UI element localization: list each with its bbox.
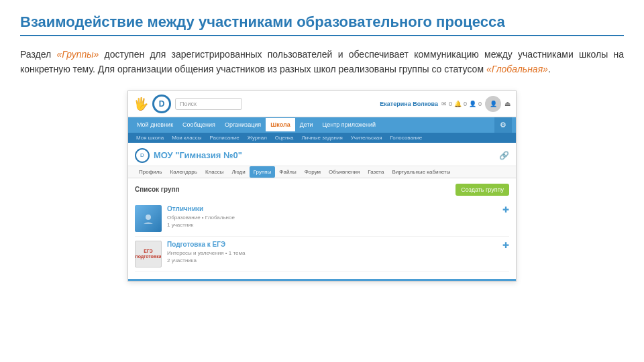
group-item-ege: ЕГЭподготовка Подготовка к ЕГЭ Интересы …	[135, 237, 509, 272]
school-name: МОУ "Гимназия №0"	[154, 150, 242, 160]
nav-gear-icon[interactable]: ⚙	[494, 117, 512, 133]
school-logo: D	[135, 148, 150, 163]
desc-before: Раздел	[20, 49, 57, 60]
highlight-groups: «Группы»	[57, 49, 99, 60]
groups-list-title: Список групп	[135, 186, 180, 193]
content-area: Список групп Создать группу Отличники Об…	[128, 178, 516, 278]
topbar: 🖐 D Поиск Екатерина Волкова ✉ 0 🔔 0 👤 0 …	[128, 91, 516, 117]
subnav-teacher[interactable]: Учительская	[347, 133, 386, 143]
ptab-classes[interactable]: Классы	[201, 166, 228, 178]
group-info-ege: Подготовка к ЕГЭ Интересы и увлечения • …	[167, 241, 497, 264]
friend-count: 0	[478, 101, 482, 107]
nav-school[interactable]: Школа	[266, 118, 294, 131]
nav-children[interactable]: Дети	[295, 118, 318, 131]
school-header-left: D МОУ "Гимназия №0"	[135, 148, 242, 163]
description-text: Раздел «Группы» доступен для зарегистрир…	[20, 47, 624, 77]
ptab-virtual[interactable]: Виртуальные кабинеты	[388, 166, 454, 178]
subnav-journal[interactable]: Журнал	[244, 133, 271, 143]
logo-circle: D	[152, 95, 171, 113]
ptab-groups[interactable]: Группы	[250, 166, 276, 178]
friend-icon: 👤	[469, 101, 476, 107]
nav-apps[interactable]: Центр приложений	[318, 118, 380, 131]
avatar: 👤	[485, 96, 501, 112]
msg-icon: ✉	[441, 101, 447, 107]
ptab-newspaper[interactable]: Газета	[364, 166, 388, 178]
topbar-left: 🖐 D Поиск	[133, 95, 242, 113]
user-name: Екатерина Волкова	[380, 101, 438, 107]
create-group-button[interactable]: Создать группу	[455, 184, 509, 196]
group-action-icon-2[interactable]: ✚	[502, 241, 509, 250]
profile-tabs: Профиль Календарь Классы Люди Группы Фай…	[128, 166, 516, 178]
group-meta-ege: Интересы и увлечения • 1 тема 2 участник…	[167, 249, 497, 264]
counter-group: ✉ 0 🔔 0 👤 0	[441, 101, 482, 107]
group-item: Отличники Образование • Глобальное 1 уча…	[135, 201, 509, 237]
logout-icon[interactable]: ⏏	[504, 100, 511, 107]
group-thumb-otlichniki	[135, 205, 162, 232]
ptab-files[interactable]: Файлы	[275, 166, 300, 178]
msg-count: 0	[449, 101, 452, 107]
svg-point-0	[146, 215, 151, 220]
group-thumb-ege: ЕГЭподготовка	[135, 241, 162, 267]
desc-end: .	[548, 64, 551, 74]
ptab-calendar[interactable]: Календарь	[166, 166, 201, 178]
subnav-myschool[interactable]: Моя школа	[132, 133, 168, 143]
group-name-otlichniki[interactable]: Отличники	[167, 205, 497, 213]
ptab-profile[interactable]: Профиль	[135, 166, 166, 178]
sub-nav: Моя школа Мои классы Расписание Журнал О…	[128, 133, 516, 143]
ptab-forum[interactable]: Форум	[301, 166, 325, 178]
top-divider	[20, 35, 624, 36]
subnav-schedule[interactable]: Расписание	[206, 133, 244, 143]
notif-count: 0	[464, 101, 467, 107]
screenshot-container: 🖐 D Поиск Екатерина Волкова ✉ 0 🔔 0 👤 0 …	[20, 90, 624, 282]
nav-org[interactable]: Организация	[220, 118, 266, 131]
ptab-announcements[interactable]: Объявления	[325, 166, 364, 178]
hand-icon: 🖐	[133, 97, 148, 111]
school-action-icon[interactable]: 🔗	[499, 151, 509, 160]
nav-messages[interactable]: Сообщения	[178, 118, 220, 131]
screenshot-box: 🖐 D Поиск Екатерина Волкова ✉ 0 🔔 0 👤 0 …	[127, 90, 517, 282]
main-nav: Мой дневник Сообщения Организация Школа …	[128, 117, 516, 133]
search-box[interactable]: Поиск	[175, 98, 242, 110]
group-action-icon-1[interactable]: ✚	[502, 205, 509, 215]
subnav-tasks[interactable]: Личные задания	[298, 133, 347, 143]
notif-icon: 🔔	[454, 101, 462, 107]
bottom-border	[128, 279, 516, 281]
search-placeholder: Поиск	[180, 101, 197, 107]
subnav-myclasses[interactable]: Мои классы	[168, 133, 205, 143]
nav-mydiary[interactable]: Мой дневник	[132, 118, 178, 131]
group-info-otlichniki: Отличники Образование • Глобальное 1 уча…	[167, 205, 497, 229]
topbar-right: Екатерина Волкова ✉ 0 🔔 0 👤 0 👤 ⏏	[380, 96, 511, 112]
subnav-vote[interactable]: Голосование	[386, 133, 427, 143]
ege-logo: ЕГЭподготовка	[135, 249, 161, 259]
groups-header: Список групп Создать группу	[135, 184, 509, 196]
highlight-global: «Глобальная»	[486, 64, 548, 74]
subnav-grades[interactable]: Оценка	[271, 133, 298, 143]
group-name-ege[interactable]: Подготовка к ЕГЭ	[167, 241, 497, 248]
group-meta-otlichniki: Образование • Глобальное 1 участник	[167, 214, 497, 229]
page-title: Взаимодействие между участниками образов…	[20, 13, 624, 31]
school-header: D МОУ "Гимназия №0" 🔗	[128, 143, 516, 166]
ptab-people[interactable]: Люди	[227, 166, 249, 178]
